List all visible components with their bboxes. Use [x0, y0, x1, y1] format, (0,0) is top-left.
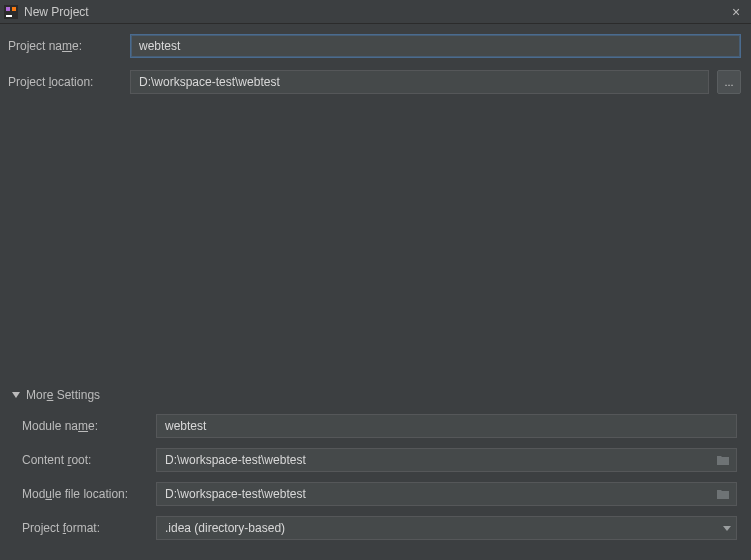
svg-rect-1	[6, 7, 10, 11]
project-format-value: .idea (directory-based)	[156, 516, 737, 540]
row-project-location: Project location: ...	[6, 70, 741, 94]
window-title: New Project	[24, 5, 727, 19]
more-settings-section: More Settings Module name: Content root:	[6, 388, 741, 560]
svg-rect-2	[12, 7, 16, 11]
chevron-down-icon	[12, 392, 20, 398]
project-location-label: Project location:	[6, 75, 122, 89]
row-module-file-location: Module file location:	[20, 482, 737, 506]
app-icon	[4, 5, 18, 19]
close-button[interactable]: ×	[727, 3, 745, 21]
row-project-format: Project format: .idea (directory-based)	[20, 516, 737, 540]
module-file-location-input[interactable]	[156, 482, 737, 506]
row-content-root: Content root:	[20, 448, 737, 472]
browse-module-file-location-button[interactable]	[715, 486, 731, 502]
svg-rect-3	[6, 15, 12, 17]
row-project-name: Project name:	[6, 34, 741, 58]
module-name-input[interactable]	[156, 414, 737, 438]
content-root-input[interactable]	[156, 448, 737, 472]
project-name-label: Project name:	[6, 39, 122, 53]
more-settings-toggle[interactable]: More Settings	[12, 388, 741, 410]
project-location-input[interactable]	[130, 70, 709, 94]
project-format-label: Project format:	[20, 521, 148, 535]
empty-space	[6, 106, 741, 384]
browse-content-root-button[interactable]	[715, 452, 731, 468]
content-root-label: Content root:	[20, 453, 148, 467]
module-file-location-label: Module file location:	[20, 487, 148, 501]
module-name-label: Module name:	[20, 419, 148, 433]
titlebar: New Project ×	[0, 0, 751, 24]
browse-location-button[interactable]: ...	[717, 70, 741, 94]
more-settings-body: Module name: Content root:	[12, 410, 741, 540]
row-module-name: Module name:	[20, 414, 737, 438]
project-format-select[interactable]: .idea (directory-based)	[156, 516, 737, 540]
project-name-input[interactable]	[130, 34, 741, 58]
more-settings-label: More Settings	[26, 388, 100, 402]
dialog-content: Project name: Project location: ... More…	[0, 24, 751, 560]
